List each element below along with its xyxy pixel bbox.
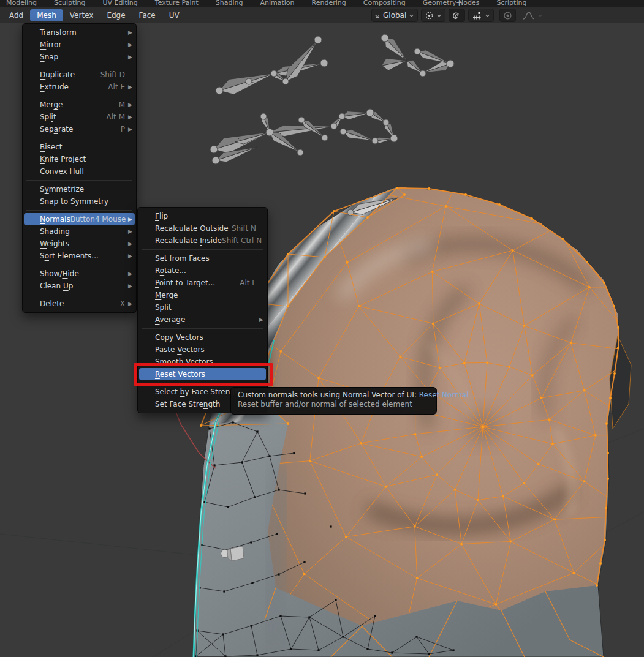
menu-item-extrude[interactable]: ExtrudeAlt E▶ bbox=[24, 81, 135, 93]
submenu-arrow-icon: ▶ bbox=[126, 213, 132, 225]
chevron-down-icon bbox=[485, 13, 490, 18]
menu-item-symmetrize[interactable]: Symmetrize bbox=[24, 183, 135, 195]
menu-item-duplicate[interactable]: DuplicateShift D bbox=[24, 69, 135, 81]
menu-separator bbox=[142, 328, 263, 329]
workspace-tabs: ModelingSculptingUV EditingTexture Paint… bbox=[5, 0, 528, 7]
menu-separator bbox=[26, 96, 132, 96]
menu-item-sort-elements[interactable]: Sort Elements...▶ bbox=[24, 250, 135, 262]
menu-item-split[interactable]: SplitAlt M▶ bbox=[24, 111, 135, 123]
magnet-icon bbox=[452, 11, 461, 20]
menu-separator bbox=[26, 180, 132, 181]
menu-item-clean-up[interactable]: Clean Up▶ bbox=[24, 280, 135, 292]
menu-item-knife-project[interactable]: Knife Project bbox=[24, 153, 135, 165]
menu-item-shading[interactable]: Shading▶ bbox=[24, 225, 135, 238]
workspace-tab-geometry-nodes[interactable]: Geometry Nodes bbox=[422, 0, 481, 7]
snap-toggle-button[interactable] bbox=[449, 9, 465, 22]
add-workspace-button[interactable]: + bbox=[456, 0, 463, 7]
menu-separator bbox=[26, 138, 132, 138]
snap-with-dropdown[interactable] bbox=[468, 9, 494, 22]
menu-item-weights[interactable]: Weights▶ bbox=[24, 238, 135, 250]
orientation-axes-icon bbox=[375, 13, 381, 18]
menu-item-copy-vectors[interactable]: Copy Vectors bbox=[139, 331, 266, 344]
tooltip-description: Reset buffer and/or normal of selected e… bbox=[238, 400, 430, 408]
chevron-down-icon bbox=[436, 13, 442, 18]
submenu-arrow-icon: ▶ bbox=[256, 313, 263, 326]
annotation-box bbox=[134, 363, 273, 386]
submenu-arrow-icon: ▶ bbox=[125, 280, 132, 292]
submenu-arrow-icon: ▶ bbox=[125, 81, 132, 93]
topbar: ModelingSculptingUV EditingTexture Paint… bbox=[0, 0, 644, 7]
header-menu-mesh[interactable]: Mesh bbox=[30, 9, 63, 21]
header-menu-uv[interactable]: UV bbox=[162, 9, 186, 21]
submenu-arrow-icon: ▶ bbox=[125, 225, 132, 238]
menu-item-average[interactable]: Average▶ bbox=[139, 313, 266, 326]
chevron-down-icon bbox=[537, 13, 543, 18]
menu-item-transform[interactable]: Transform▶ bbox=[24, 26, 135, 39]
workspace-tab-modeling[interactable]: Modeling bbox=[5, 0, 38, 7]
transform-orientation-dropdown[interactable]: Global bbox=[371, 9, 418, 22]
menu-item-normals[interactable]: NormalsButton4 Mouse▶ bbox=[24, 213, 135, 225]
submenu-arrow-icon: ▶ bbox=[125, 123, 132, 135]
workspace-tab-animation[interactable]: Animation bbox=[259, 0, 295, 7]
snap-increments-icon bbox=[472, 11, 482, 20]
submenu-arrow-icon: ▶ bbox=[125, 51, 132, 63]
menu-separator bbox=[142, 249, 263, 250]
viewport-header: AddMeshVertexEdgeFaceUV Global bbox=[0, 7, 644, 23]
workspace-tab-uv-editing[interactable]: UV Editing bbox=[101, 0, 138, 7]
workspace-tab-sculpting[interactable]: Sculpting bbox=[53, 0, 86, 7]
submenu-arrow-icon: ▶ bbox=[125, 268, 132, 280]
header-menu-face[interactable]: Face bbox=[132, 9, 162, 21]
menu-item-paste-vectors[interactable]: Paste Vectors bbox=[139, 344, 266, 356]
header-right-controls: Global bbox=[371, 9, 547, 22]
menu-item-recalculate-inside[interactable]: Recalculate InsideShift Ctrl N bbox=[139, 235, 266, 247]
proportional-editing-toggle[interactable] bbox=[499, 9, 516, 22]
submenu-arrow-icon: ▶ bbox=[125, 39, 132, 51]
menu-item-delete[interactable]: DeleteX▶ bbox=[24, 298, 135, 310]
menu-item-set-from-faces[interactable]: Set from Faces bbox=[139, 252, 266, 265]
menu-item-show-hide[interactable]: Show/Hide▶ bbox=[24, 268, 135, 280]
submenu-arrow-icon: ▶ bbox=[125, 298, 132, 310]
tooltip-operator-link: Reset Normal bbox=[419, 391, 469, 399]
menu-item-bisect[interactable]: Bisect bbox=[24, 141, 135, 153]
header-menu-add[interactable]: Add bbox=[2, 9, 30, 21]
menu-separator bbox=[26, 66, 132, 66]
workspace-tab-rendering[interactable]: Rendering bbox=[311, 0, 347, 7]
header-menu-edge[interactable]: Edge bbox=[100, 9, 132, 21]
blender-window: ModelingSculptingUV EditingTexture Paint… bbox=[0, 0, 644, 657]
header-menu-vertex[interactable]: Vertex bbox=[63, 9, 100, 21]
menu-item-convex-hull[interactable]: Convex Hull bbox=[24, 165, 135, 178]
menu-item-split[interactable]: Split bbox=[139, 301, 266, 313]
menu-item-merge[interactable]: Merge bbox=[139, 289, 266, 301]
submenu-arrow-icon: ▶ bbox=[125, 99, 132, 111]
menu-separator bbox=[26, 295, 132, 295]
menu-separator bbox=[26, 210, 132, 211]
menu-item-separate[interactable]: SeparateP▶ bbox=[24, 123, 135, 135]
workspace-tab-compositing[interactable]: Compositing bbox=[362, 0, 407, 7]
submenu-arrow-icon: ▶ bbox=[125, 238, 132, 250]
tooltip: Custom normals tools using Normal Vector… bbox=[230, 387, 437, 415]
submenu-arrow-icon: ▶ bbox=[125, 26, 132, 39]
falloff-curve-icon bbox=[523, 11, 535, 20]
proportional-editing-icon bbox=[503, 11, 512, 20]
menu-item-rotate[interactable]: Rotate... bbox=[139, 265, 266, 277]
menu-item-snap[interactable]: Snap▶ bbox=[24, 51, 135, 63]
menu-item-merge[interactable]: MergeM▶ bbox=[24, 99, 135, 111]
pivot-point-dropdown[interactable] bbox=[421, 9, 445, 22]
submenu-arrow-icon: ▶ bbox=[125, 111, 132, 123]
menu-separator bbox=[26, 265, 132, 265]
workspace-tab-texture-paint[interactable]: Texture Paint bbox=[154, 0, 200, 7]
orientation-label: Global bbox=[383, 11, 406, 20]
workspace-tab-shading[interactable]: Shading bbox=[214, 0, 244, 7]
header-menus: AddMeshVertexEdgeFaceUV bbox=[2, 9, 186, 21]
workspace-tab-scripting[interactable]: Scripting bbox=[496, 0, 528, 7]
proportional-falloff-dropdown[interactable] bbox=[519, 9, 547, 22]
submenu-arrow-icon: ▶ bbox=[125, 250, 132, 262]
menu-item-snap-to-symmetry[interactable]: Snap to Symmetry bbox=[24, 195, 135, 208]
menu-item-flip[interactable]: Flip bbox=[139, 210, 266, 222]
tooltip-title: Custom normals tools using Normal Vector… bbox=[238, 391, 419, 399]
menu-item-point-to-target[interactable]: Point to Target...Alt L bbox=[139, 277, 266, 289]
menu-item-recalculate-outside[interactable]: Recalculate OutsideShift N bbox=[139, 222, 266, 235]
mesh-menu: Transform▶Mirror▶Snap▶DuplicateShift DEx… bbox=[22, 23, 137, 313]
pivot-point-icon bbox=[425, 11, 434, 20]
menu-item-mirror[interactable]: Mirror▶ bbox=[24, 39, 135, 51]
